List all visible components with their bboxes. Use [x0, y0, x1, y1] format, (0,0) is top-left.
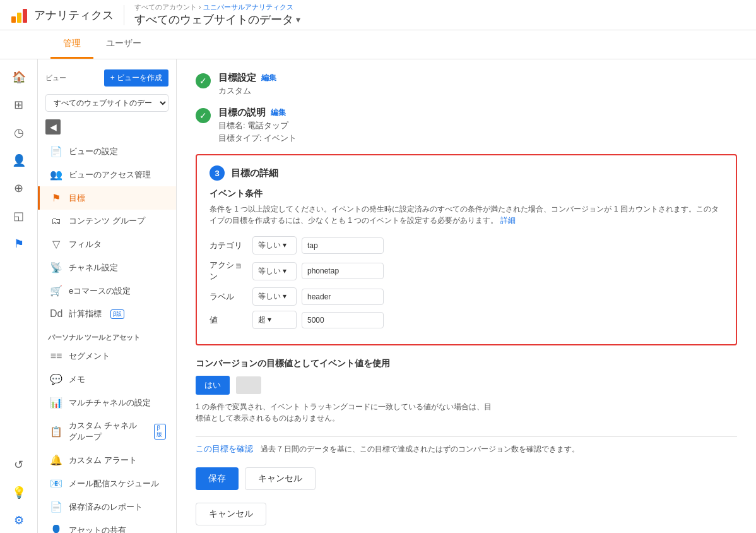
breadcrumb-top: すべてのアカウント › ユニバーサルアナリティクス: [134, 3, 300, 12]
step1-title: 目標設定 編集: [218, 72, 737, 84]
goal-details-section: 3 目標の詳細 イベント条件 条件を 1 つ以上設定してください。イベントの発生…: [196, 154, 737, 345]
nav-item-email[interactable]: 📧 メール配信スケジュール: [38, 472, 176, 495]
nav-item-multichannel-label: マルチチャネルの設定: [69, 397, 151, 409]
app-title: アナリティクス: [34, 8, 114, 23]
cond-label-category: カテゴリ: [210, 240, 247, 251]
logo-icon: [10, 6, 28, 24]
goal-step-2: ✓ 目標の説明 編集 目標名: 電話タップ 目標タイプ: イベント: [196, 107, 737, 144]
personal-tools-title: パーソナル ツールとアセット: [38, 325, 176, 345]
nav-item-alerts[interactable]: 🔔 カスタム アラート: [38, 448, 176, 472]
step1-edit-link[interactable]: 編集: [261, 73, 276, 83]
logo-area: アナリティクス: [10, 6, 114, 24]
cond-input-value[interactable]: [302, 312, 384, 328]
nav-item-metrics[interactable]: Dd 計算指標 β版: [38, 302, 176, 325]
cond-input-label[interactable]: [302, 289, 384, 305]
sidebar-nav: ビュー + ビューを作成 すべてのウェブサイトのデータ ◀ 📄 ビューの設定 👥…: [38, 59, 177, 533]
cond-select-label[interactable]: 等しい ▾: [252, 287, 297, 306]
nav-item-alerts-label: カスタム アラート: [69, 455, 137, 466]
toggle-row: はい: [196, 376, 737, 395]
nav-item-asset-share[interactable]: 👤 アセットの共有: [38, 518, 176, 533]
alerts-icon: 🔔: [50, 454, 62, 466]
breadcrumb-child: ユニバーサルアナリティクス: [203, 3, 293, 11]
tab-admin[interactable]: 管理: [50, 30, 93, 59]
asset-share-icon: 👤: [50, 524, 62, 533]
step2-edit-link[interactable]: 編集: [271, 107, 286, 118]
create-view-button[interactable]: + ビューを作成: [104, 69, 168, 87]
nav-item-content[interactable]: 🗂 コンテンツ グループ: [38, 210, 176, 232]
conversion-desc: 1 の条件で変異され、イベント トラッキングコードに一致している値がない場合は、…: [196, 401, 499, 424]
cond-select-action[interactable]: 等しい ▾: [252, 262, 297, 280]
nav-item-ecommerce[interactable]: 🛒 eコマースの設定: [38, 279, 176, 302]
verify-section: この目標を確認 過去 7 日間のデータを基に、この目標で達成されたはずのコンバー…: [196, 436, 737, 455]
cancel-button[interactable]: キャンセル: [245, 467, 316, 490]
sidebar-icon-lightbulb[interactable]: 💡: [6, 480, 32, 505]
tab-user[interactable]: ユーザー: [93, 30, 154, 59]
toggle-yes-button[interactable]: はい: [196, 376, 230, 395]
save-button[interactable]: 保存: [196, 467, 239, 490]
filter-icon: ▽: [50, 238, 62, 250]
toggle-no-button[interactable]: [236, 376, 261, 394]
breadcrumb-dropdown-arrow[interactable]: ▾: [296, 15, 300, 25]
step1-content: 目標設定 編集 カスタム: [218, 72, 737, 97]
view-label: ビュー: [45, 73, 66, 83]
cond-label-value: 値: [210, 314, 247, 326]
metrics-icon: Dd: [50, 308, 62, 320]
nav-item-custom-channel-label: カスタム チャネル グループ: [69, 420, 145, 443]
condition-row-action: アクション 等しい ▾: [210, 260, 723, 282]
detail-link[interactable]: 詳細: [500, 216, 516, 225]
email-icon: 📧: [50, 477, 62, 489]
main-content: ✓ 目標設定 編集 カスタム ✓ 目標の説明 編集 目標名: 電話タップ 目標タ…: [177, 59, 756, 533]
nav-item-view-settings[interactable]: 📄 ビューの設定: [38, 140, 176, 163]
sidebar-icon-person[interactable]: 👤: [6, 148, 32, 173]
condition-row-category: カテゴリ 等しい ▾: [210, 236, 723, 255]
sidebar-icon-layers[interactable]: ◱: [6, 203, 32, 229]
nav-item-saved-reports[interactable]: 📄 保存済みのレポート: [38, 495, 176, 518]
nav-item-email-label: メール配信スケジュール: [69, 478, 159, 489]
verify-desc: 過去 7 日間のデータを基に、この目標で達成されたはずのコンバージョン数を確認で…: [261, 445, 579, 453]
sidebar-icon-flag[interactable]: ⚑: [6, 231, 32, 256]
view-select[interactable]: すべてのウェブサイトのデータ: [45, 94, 168, 112]
nav-item-access[interactable]: 👥 ビューのアクセス管理: [38, 163, 176, 186]
cancel-button-2[interactable]: キャンセル: [196, 503, 266, 525]
view-settings-icon: 📄: [50, 145, 62, 157]
nav-item-custom-channel[interactable]: 📋 カスタム チャネル グループ β版: [38, 414, 176, 448]
nav-item-content-label: コンテンツ グループ: [69, 215, 145, 227]
sidebar-icon-clock[interactable]: ◷: [6, 120, 32, 145]
nav-item-channel[interactable]: 📡 チャネル設定: [38, 256, 176, 279]
back-button[interactable]: ◀: [45, 119, 61, 135]
nav-item-segments[interactable]: ≡≡ セグメント: [38, 345, 176, 368]
conditions-table: カテゴリ 等しい ▾ アクション 等しい ▾ ラベル 等しい ▾ 値 超 ▾: [210, 236, 723, 329]
sidebar-icon-refresh[interactable]: ↺: [6, 452, 32, 477]
nav-item-goals[interactable]: ⚑ 目標: [38, 186, 176, 210]
breadcrumb-main: すべてのウェブサイトのデータ ▾: [134, 12, 300, 27]
step1-check: ✓: [196, 73, 211, 88]
cond-input-category[interactable]: [302, 237, 384, 254]
cond-select-value[interactable]: 超 ▾: [252, 311, 297, 329]
nav-tabs: 管理 ユーザー: [0, 30, 756, 59]
channel-icon: 📡: [50, 261, 62, 273]
sidebar-icon-home[interactable]: 🏠: [6, 64, 32, 90]
nav-item-memo[interactable]: 💬 メモ: [38, 368, 176, 391]
cond-input-action[interactable]: [302, 263, 384, 279]
goals-icon: ⚑: [50, 192, 62, 204]
custom-channel-beta-badge: β版: [154, 424, 166, 440]
nav-item-access-label: ビューのアクセス管理: [69, 169, 151, 181]
breadcrumb-parent: すべてのアカウント: [134, 3, 197, 11]
nav-item-multichannel[interactable]: 📊 マルチチャネルの設定: [38, 391, 176, 414]
step3-title: 目標の詳細: [231, 167, 278, 179]
step3-number: 3: [210, 165, 225, 181]
cond-label-label: ラベル: [210, 291, 247, 302]
sidebar-icon-settings[interactable]: ⚙: [6, 508, 32, 533]
svg-rect-1: [17, 13, 21, 23]
nav-item-memo-label: メモ: [69, 374, 85, 385]
sidebar-icon-crosshair[interactable]: ⊕: [6, 176, 32, 201]
step2-check: ✓: [196, 108, 211, 123]
verify-link[interactable]: この目標を確認: [196, 444, 253, 453]
nav-item-asset-share-label: アセットの共有: [69, 525, 126, 534]
action-buttons: 保存 キャンセル: [196, 467, 737, 490]
nav-item-filter[interactable]: ▽ フィルタ: [38, 232, 176, 256]
ecommerce-icon: 🛒: [50, 285, 62, 297]
sidebar-icon-dashboard[interactable]: ⊞: [6, 92, 32, 117]
cond-select-category[interactable]: 等しい ▾: [252, 236, 297, 255]
cancel-section: キャンセル: [196, 503, 737, 525]
